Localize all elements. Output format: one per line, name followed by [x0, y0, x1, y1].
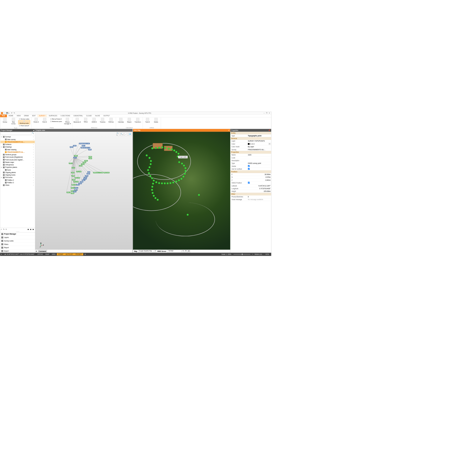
survey-point[interactable]: 3004 [85, 175, 89, 177]
tree-row[interactable]: Main survey• [0, 138, 35, 141]
map-point[interactable] [164, 147, 166, 149]
survey-point[interactable]: 3003 [87, 173, 90, 175]
ribbon-button[interactable]: Photos manager ▾ [63, 118, 71, 125]
tree-row[interactable]: Raster maps• [0, 161, 35, 164]
map-point[interactable] [151, 189, 153, 191]
project-manager-collapse-icon[interactable]: ◀ [33, 129, 34, 131]
survey-point[interactable]: 1018 [79, 165, 83, 167]
tree-row[interactable]: FRAZIONAMENTO AL…• [0, 141, 35, 143]
survey-point[interactable]: 100A [74, 155, 78, 157]
save-icon[interactable]: 💾 [6, 112, 8, 114]
map-point[interactable] [172, 181, 174, 183]
map-point[interactable] [171, 149, 173, 150]
survey-point[interactable]: PICCH6 [76, 171, 81, 172]
survey-point[interactable]: 200A [69, 163, 73, 164]
tree-row[interactable]: ▾Surveys• [0, 136, 35, 138]
survey-point[interactable]: 3010 [76, 184, 80, 185]
survey-point[interactable]: 300 [88, 171, 90, 173]
properties-row[interactable]: Color modeBy Layer [230, 145, 271, 148]
tree-row[interactable]: Views• [0, 184, 35, 186]
menu-tab[interactable]: EDIT [30, 115, 37, 117]
ribbon-button[interactable]: Survey [1, 118, 9, 123]
survey-point[interactable]: PICCH10 [104, 172, 110, 173]
map-point[interactable] [184, 170, 186, 172]
map-point[interactable] [157, 199, 159, 201]
map-source-select[interactable]: Google Satellite Map [138, 250, 154, 252]
units-label[interactable]: Meters (m) [253, 253, 264, 255]
project-search-input[interactable] [0, 132, 31, 135]
layers-icon[interactable]: ∷ [9, 112, 11, 114]
properties-row[interactable]: LatitudeN 44°24'12.1397" [230, 184, 271, 187]
properties-row[interactable]: Photos/Sketches0 [230, 195, 271, 198]
left-nav-item[interactable]: Export [0, 249, 35, 253]
survey-point[interactable]: 300A [66, 192, 70, 193]
properties-pin-icon[interactable]: 📌 [268, 129, 270, 131]
map-point[interactable] [182, 176, 184, 178]
survey-point[interactable]: 1000 [71, 193, 74, 194]
tree-row[interactable]: Orthophotos• [0, 164, 35, 166]
properties-row[interactable]: Name1023 [230, 153, 271, 156]
map-point[interactable] [184, 167, 186, 169]
map-point[interactable] [155, 181, 157, 183]
survey-point[interactable]: 1023 [89, 156, 92, 158]
properties-row[interactable]: Use for surface [230, 168, 271, 170]
map-point[interactable] [178, 153, 179, 155]
tree-tool-icon[interactable]: ▣ [28, 228, 30, 230]
tree-tool-icon[interactable]: ▣ [30, 228, 32, 230]
project-tree[interactable]: ▾Surveys•Main survey•FRAZIONAMENTO AL…•S… [0, 135, 35, 228]
view-3d-icon[interactable]: 🧊 [128, 133, 132, 136]
survey-point[interactable]: 1020 [83, 162, 86, 163]
left-nav-item[interactable]: Project Manager [0, 232, 35, 236]
minimize-button[interactable]: – [264, 112, 265, 114]
map-point[interactable] [175, 180, 177, 182]
ribbon-button[interactable]: GNSS ▾ [90, 118, 98, 123]
map-point[interactable] [146, 154, 148, 156]
map-point[interactable] [152, 192, 154, 194]
map-layers-icon[interactable]: ▤ [188, 250, 190, 252]
map-point[interactable] [149, 175, 151, 177]
tree-row[interactable]: ▾Drawings• [0, 146, 35, 148]
menu-tab[interactable]: CADASTRAL [72, 115, 84, 117]
survey-point[interactable]: 1005 [72, 179, 75, 180]
menu-tab[interactable]: CLOUD [85, 115, 93, 117]
map-point[interactable] [175, 151, 177, 153]
ribbon-button[interactable]: Points ▾ [32, 118, 40, 123]
wms-select[interactable]: <NONE> [167, 250, 181, 252]
tree-row[interactable]: Surfaces• [0, 143, 35, 146]
map-point[interactable] [164, 182, 166, 184]
ribbon-button[interactable]: PicPoint [107, 118, 115, 123]
menu-tab[interactable]: X-SECTIONS [59, 115, 72, 117]
menu-tab[interactable]: OUTPUT [102, 115, 111, 117]
survey-point[interactable]: PF05/012012 367 [79, 143, 90, 144]
map-point[interactable] [167, 182, 169, 184]
tree-tool-icon[interactable]: ≡ [6, 228, 8, 230]
status-toggle[interactable]: PROMPT [74, 253, 83, 255]
survey-point[interactable]: 1010 [71, 172, 75, 173]
survey-point[interactable]: 1977 [73, 157, 77, 158]
properties-row[interactable]: LayerSURVEY-TOPOPOINTS [230, 140, 271, 142]
tree-tool-icon[interactable]: ⤢ [1, 228, 3, 230]
map-point[interactable] [169, 182, 171, 184]
tree-row[interactable]: Main drawing• [0, 148, 35, 151]
survey-point[interactable]: 1022 [89, 158, 92, 159]
map-point[interactable] [153, 195, 155, 197]
ribbon-mini-button[interactable]: Ref.ce Points ▾ [49, 118, 62, 120]
ribbon-mini-button[interactable]: Working mode [18, 120, 30, 124]
survey-point[interactable]: SPIGOLO [93, 172, 100, 173]
menu-tab[interactable]: X•LIVE [93, 115, 102, 117]
properties-row[interactable]: SurveyFRAZIONAMENTO ALI… [230, 148, 271, 151]
survey-point[interactable]: 2003 [70, 146, 73, 148]
ribbon-button[interactable]: Point ▾ [41, 118, 49, 123]
properties-row[interactable]: TypeTopographic point [230, 134, 271, 137]
ribbon-button[interactable]: TPS ▾ [82, 118, 90, 123]
map-point[interactable] [158, 182, 160, 184]
maximize-button[interactable]: ❐ [266, 112, 268, 114]
web-map-canvas[interactable]: Point 1023 [133, 132, 230, 250]
properties-row[interactable]: Height225.836m [230, 190, 271, 193]
map-point[interactable] [150, 160, 152, 162]
properties-row[interactable]: LongitudeE 9°22'53.6420" [230, 187, 271, 190]
ribbon-mini-button[interactable]: Reference point [49, 120, 62, 122]
map-point[interactable] [154, 197, 156, 199]
scale-slider[interactable] [234, 254, 250, 255]
survey-point[interactable]: 2005 [88, 149, 92, 150]
